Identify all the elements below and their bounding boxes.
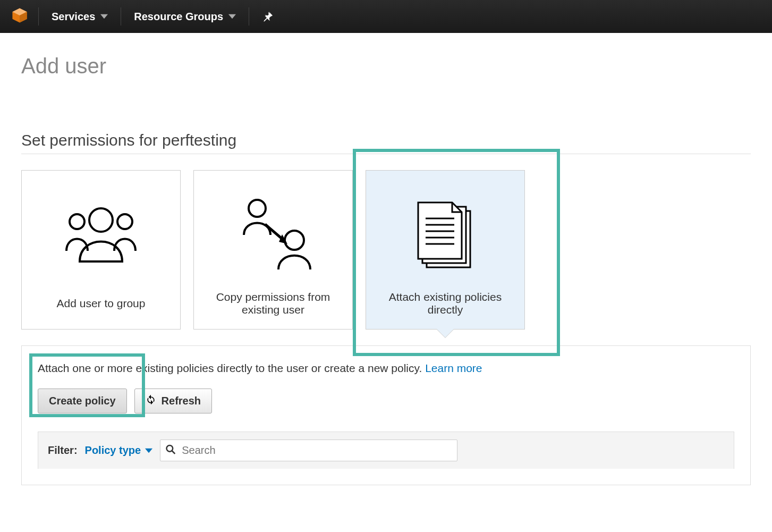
card-label: Add user to group xyxy=(57,289,146,318)
search-input[interactable] xyxy=(160,440,457,461)
svg-marker-19 xyxy=(145,448,152,452)
nav-resource-groups-label: Resource Groups xyxy=(134,11,223,23)
search-wrap xyxy=(160,440,457,461)
button-row: Create policy Refresh xyxy=(38,389,734,413)
nav-services-label: Services xyxy=(52,11,95,23)
create-policy-button[interactable]: Create policy xyxy=(38,389,127,413)
svg-point-6 xyxy=(117,214,132,229)
nav-divider xyxy=(249,7,249,26)
svg-point-7 xyxy=(89,208,113,232)
card-label: Attach existing policies directly xyxy=(377,289,514,318)
copy-user-icon xyxy=(205,181,342,289)
chevron-down-icon xyxy=(145,447,152,454)
nav-services[interactable]: Services xyxy=(48,11,111,23)
filter-label: Filter: xyxy=(48,444,78,457)
svg-marker-3 xyxy=(100,14,108,19)
nav-divider xyxy=(121,7,121,26)
pin-icon[interactable] xyxy=(259,11,277,22)
search-icon xyxy=(165,444,176,457)
page-body: Add user Set permissions for perftesting… xyxy=(0,33,772,496)
policy-section: Attach one or more existing policies dir… xyxy=(21,345,751,485)
refresh-button[interactable]: Refresh xyxy=(134,389,212,413)
learn-more-link[interactable]: Learn more xyxy=(425,362,482,374)
create-policy-label: Create policy xyxy=(49,395,116,407)
chevron-down-icon xyxy=(228,13,236,20)
card-copy-permissions[interactable]: Copy permissions from existing user xyxy=(193,170,353,330)
nav-resource-groups[interactable]: Resource Groups xyxy=(131,11,239,23)
svg-point-5 xyxy=(70,214,84,229)
nav-divider xyxy=(38,7,39,26)
card-label: Copy permissions from existing user xyxy=(205,289,342,318)
group-icon xyxy=(32,181,169,289)
refresh-icon xyxy=(146,394,156,408)
document-stack-icon xyxy=(377,181,514,289)
svg-point-9 xyxy=(285,231,304,250)
helper-text: Attach one or more existing policies dir… xyxy=(38,362,734,375)
section-title: Set permissions for perftesting xyxy=(21,131,751,154)
svg-point-8 xyxy=(249,200,266,217)
svg-point-20 xyxy=(167,445,173,452)
permission-cards-row: Add user to group Copy permissions from … xyxy=(21,170,751,330)
page-title: Add user xyxy=(21,54,751,78)
helper-text-body: Attach one or more existing policies dir… xyxy=(38,362,425,374)
filter-type-label: Policy type xyxy=(85,444,141,457)
svg-marker-4 xyxy=(228,14,236,19)
card-add-user-to-group[interactable]: Add user to group xyxy=(21,170,181,330)
svg-line-21 xyxy=(172,451,175,454)
filter-type-dropdown[interactable]: Policy type xyxy=(85,444,153,457)
chevron-down-icon xyxy=(100,13,108,20)
top-nav: Services Resource Groups xyxy=(0,0,772,33)
refresh-label: Refresh xyxy=(162,395,201,407)
aws-logo-icon[interactable] xyxy=(11,6,29,27)
card-attach-policies[interactable]: Attach existing policies directly xyxy=(366,170,525,330)
filter-bar: Filter: Policy type xyxy=(38,432,734,469)
